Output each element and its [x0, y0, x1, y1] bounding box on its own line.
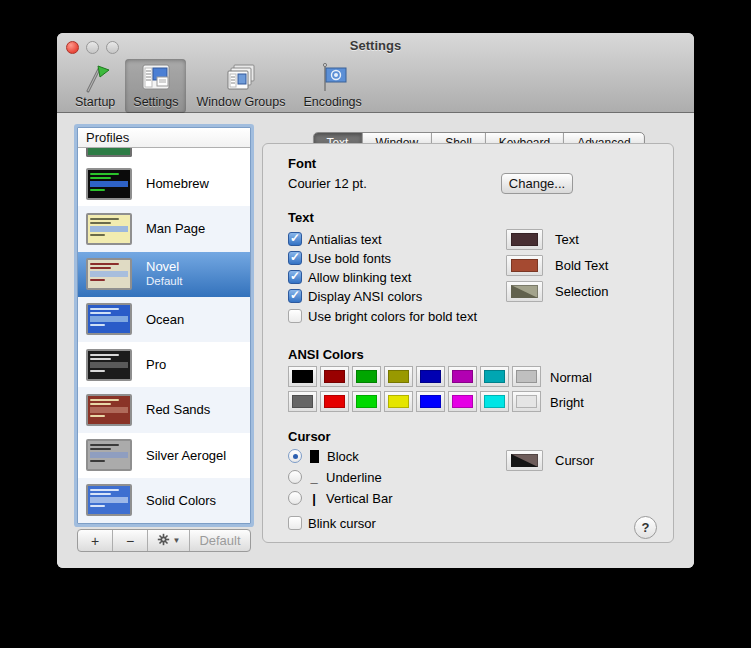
encodings-flag-icon [318, 62, 348, 94]
profile-name: Homebrew [146, 176, 209, 191]
profile-thumbnail [86, 439, 132, 471]
ansi-bright-cyan-well[interactable] [480, 391, 509, 412]
toolbar-label: Settings [133, 95, 178, 109]
font-value: Courier 12 pt. [288, 176, 367, 191]
radio-cursor-block[interactable]: Block [288, 447, 359, 465]
window-chrome: Settings Startup [57, 33, 694, 113]
toolbar-item-startup[interactable]: Startup [67, 59, 123, 113]
ansi-colors-heading: ANSI Colors [288, 347, 364, 362]
radio-cursor-vertical-bar[interactable]: | Vertical Bar [288, 489, 392, 507]
well-label: Bold Text [555, 258, 608, 273]
toolbar: Startup [67, 57, 370, 113]
profile-row-solid-colors[interactable]: Solid Colors [78, 478, 250, 523]
profile-thumbnail [86, 168, 132, 200]
profile-name: Novel [146, 259, 182, 274]
checkbox: ✓ [288, 289, 302, 303]
help-button[interactable]: ? [634, 516, 657, 539]
profile-row-man-page[interactable]: Man Page [78, 206, 250, 251]
profile-thumbnail [86, 213, 132, 245]
ansi-normal-cyan-well[interactable] [480, 366, 509, 387]
toolbar-label: Encodings [303, 95, 361, 109]
profile-row-silver-aerogel[interactable]: Silver Aerogel [78, 433, 250, 478]
settings-window-icon [140, 62, 172, 94]
checkbox-antialias-text[interactable]: ✓ Antialias text [288, 230, 382, 248]
gear-menu-button[interactable]: ▼ [148, 530, 190, 551]
ansi-normal-row [288, 366, 541, 387]
gear-icon [157, 533, 170, 549]
font-heading: Font [288, 156, 316, 171]
ansi-normal-blue-well[interactable] [416, 366, 445, 387]
profile-name: Man Page [146, 221, 205, 236]
profile-actions-bar: + − ▼ Defa [77, 529, 251, 552]
radio-cursor-underline[interactable]: _ Underline [288, 468, 382, 486]
chevron-down-icon: ▼ [173, 536, 181, 545]
checkbox: ✓ [288, 232, 302, 246]
ansi-normal-green-well[interactable] [352, 366, 381, 387]
remove-profile-button[interactable]: − [113, 530, 148, 551]
ansi-bright-black-well[interactable] [288, 391, 317, 412]
checkbox-label: Allow blinking text [308, 270, 411, 285]
profile-name: Red Sands [146, 402, 210, 417]
profile-thumbnail [86, 303, 132, 335]
text-color-row: Text [506, 229, 579, 250]
checkbox: ✓ [288, 251, 302, 265]
ansi-bright-magenta-well[interactable] [448, 391, 477, 412]
checkbox [288, 309, 302, 323]
toolbar-item-window-groups[interactable]: Window Groups [188, 59, 293, 113]
checkbox-label: Display ANSI colors [308, 289, 422, 304]
ansi-normal-red-well[interactable] [320, 366, 349, 387]
ansi-normal-magenta-well[interactable] [448, 366, 477, 387]
text-heading: Text [288, 210, 314, 225]
profile-thumbnail [86, 148, 132, 157]
toolbar-item-settings[interactable]: Settings [125, 59, 186, 113]
checkbox-allow-blinking-text[interactable]: ✓ Allow blinking text [288, 268, 411, 286]
change-font-button[interactable]: Change... [501, 173, 573, 194]
checkbox-bright-colors-bold[interactable]: Use bright colors for bold text [288, 307, 477, 325]
profiles-list: Profiles Homebrew [77, 127, 251, 524]
checkbox-label: Use bold fonts [308, 251, 391, 266]
toolbar-label: Startup [75, 95, 115, 109]
bold-text-color-row: Bold Text [506, 255, 608, 276]
checkbox-use-bold-fonts[interactable]: ✓ Use bold fonts [288, 249, 391, 267]
checkbox-label: Use bright colors for bold text [308, 309, 477, 324]
profile-row-homebrew[interactable]: Homebrew [78, 161, 250, 206]
profiles-header: Profiles [78, 128, 250, 148]
default-button[interactable]: Default [190, 530, 250, 551]
ansi-bright-row [288, 391, 541, 412]
text-settings-panel: Font Courier 12 pt. Change... Text ✓ Ant… [262, 143, 674, 543]
ansi-bright-yellow-well[interactable] [384, 391, 413, 412]
checkbox-display-ansi-colors[interactable]: ✓ Display ANSI colors [288, 287, 422, 305]
settings-window: Settings Startup [57, 33, 694, 568]
ansi-bright-label: Bright [550, 395, 584, 410]
radio-button [288, 491, 302, 505]
well-label: Text [555, 232, 579, 247]
profile-row-partial[interactable] [78, 148, 250, 161]
content-area: Profiles Homebrew [57, 114, 694, 568]
toolbar-item-encodings[interactable]: Encodings [295, 59, 369, 113]
underline-cursor-glyph: _ [308, 470, 320, 485]
radio-label: Block [327, 449, 359, 464]
window-title: Settings [57, 38, 694, 53]
bold-text-color-well[interactable] [506, 255, 543, 276]
profile-row-pro[interactable]: Pro [78, 342, 250, 387]
selection-color-well[interactable] [506, 281, 543, 302]
checkbox-blink-cursor[interactable]: Blink cursor [288, 514, 376, 532]
checkbox: ✓ [288, 270, 302, 284]
radio-label: Vertical Bar [326, 491, 392, 506]
ansi-bright-white-well[interactable] [512, 391, 541, 412]
ansi-normal-black-well[interactable] [288, 366, 317, 387]
profile-row-ocean[interactable]: Ocean [78, 297, 250, 342]
profile-row-red-sands[interactable]: Red Sands [78, 387, 250, 432]
cursor-color-well[interactable] [506, 450, 543, 471]
ansi-normal-white-well[interactable] [512, 366, 541, 387]
add-profile-button[interactable]: + [78, 530, 113, 551]
block-cursor-glyph [310, 450, 319, 463]
profile-row-novel[interactable]: Novel Default [78, 252, 250, 297]
ansi-bright-red-well[interactable] [320, 391, 349, 412]
well-label: Selection [555, 284, 608, 299]
ansi-bright-blue-well[interactable] [416, 391, 445, 412]
toolbar-label: Window Groups [196, 95, 285, 109]
ansi-normal-yellow-well[interactable] [384, 366, 413, 387]
ansi-bright-green-well[interactable] [352, 391, 381, 412]
text-color-well[interactable] [506, 229, 543, 250]
